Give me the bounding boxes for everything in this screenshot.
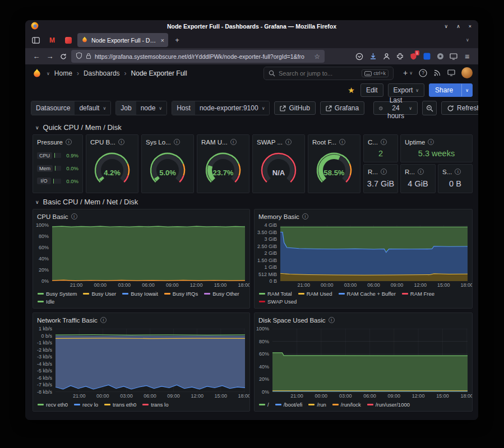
panel-header[interactable]: CPU Basic i <box>33 209 249 221</box>
chart-canvas[interactable] <box>56 329 245 392</box>
legend-item[interactable]: /boot/efi <box>275 400 303 408</box>
info-icon[interactable]: i <box>230 139 237 145</box>
time-range-picker[interactable]: Last 24 hours ∨ <box>373 101 418 115</box>
pinned-tab-gmail[interactable]: M <box>45 34 59 47</box>
list-tabs-button[interactable]: ∨ <box>460 34 475 47</box>
legend-item[interactable]: /run/user/1000 <box>367 400 410 408</box>
info-icon[interactable]: i <box>100 317 107 323</box>
panel-header[interactable]: Pressure i <box>33 135 82 146</box>
share-caret-icon[interactable]: ∨ <box>461 84 472 96</box>
legend-item[interactable]: trans eth0 <box>104 400 136 408</box>
breadcrumb-home[interactable]: Home <box>54 69 72 77</box>
legend-item[interactable]: Idle <box>38 297 54 305</box>
screenshot-icon[interactable] <box>447 50 460 63</box>
active-tab[interactable]: Node Exporter Full - Dashbo × <box>77 33 168 47</box>
section-basic-cpu-mem-net-disk[interactable]: ∨ Basic CPU / Mem / Net / Disk <box>35 198 138 206</box>
downloads-icon[interactable] <box>366 50 380 63</box>
info-icon[interactable]: i <box>174 139 180 145</box>
bitwarden-icon[interactable] <box>420 50 433 63</box>
grafana-logo[interactable] <box>32 68 42 78</box>
plot-area[interactable] <box>272 329 468 392</box>
legend-item[interactable]: Busy User <box>83 290 116 297</box>
forward-button[interactable]: → <box>43 50 57 63</box>
user-avatar[interactable] <box>461 67 473 78</box>
export-button[interactable]: Export∨ <box>388 83 425 97</box>
breadcrumb-dashboards[interactable]: Dashboards <box>84 69 120 77</box>
titlebar[interactable]: Node Exporter Full - Dashboards - Grafan… <box>25 20 478 32</box>
grafana-link-button[interactable]: Grafana <box>320 101 364 115</box>
chart-canvas[interactable] <box>280 225 468 281</box>
legend-item[interactable]: RAM Used <box>298 290 332 297</box>
job-picker[interactable]: Job node∨ <box>115 101 167 115</box>
legend-item[interactable]: recv lo <box>74 400 98 408</box>
datasource-picker[interactable]: Datasource default∨ <box>31 101 111 115</box>
info-icon[interactable]: i <box>302 213 308 220</box>
legend-item[interactable]: /run/lock <box>332 400 361 408</box>
back-button[interactable]: ← <box>30 50 43 63</box>
panel-header[interactable]: Disk Space Used Basic i <box>255 313 472 324</box>
info-icon[interactable]: i <box>118 139 124 145</box>
legend-item[interactable]: recv eth0 <box>38 400 68 408</box>
pocket-icon[interactable] <box>353 50 366 63</box>
panel-header[interactable]: Sys Lo... i <box>142 135 193 146</box>
lock-icon[interactable] <box>86 52 91 62</box>
panel-header[interactable]: S... i <box>438 165 472 176</box>
panel-header[interactable]: CPU B... i <box>86 135 138 146</box>
firefox-view-button[interactable] <box>29 34 43 47</box>
chart-canvas[interactable] <box>272 329 468 392</box>
extensions-icon[interactable] <box>393 50 406 63</box>
info-icon[interactable]: i <box>428 139 434 145</box>
legend-item[interactable]: SWAP Used <box>259 297 297 305</box>
panel-header[interactable]: R... i <box>364 165 397 176</box>
refresh-button[interactable]: Refresh <box>441 101 478 115</box>
pinned-tab-2[interactable] <box>61 34 76 47</box>
zoom-out-button[interactable] <box>422 101 437 115</box>
panel-header[interactable]: Uptime i <box>401 135 472 146</box>
panel-header[interactable]: Root F... i <box>308 135 360 146</box>
panel-header[interactable]: R... i <box>401 165 435 176</box>
share-button[interactable]: Share ∨ <box>429 83 473 97</box>
info-icon[interactable]: i <box>66 139 72 145</box>
search-box[interactable]: ctrl+k <box>263 67 394 80</box>
panel-header[interactable]: Network Traffic Basic i <box>33 313 249 324</box>
info-icon[interactable]: i <box>329 317 335 323</box>
search-input[interactable] <box>279 70 358 77</box>
legend-item[interactable]: Busy Iowait <box>122 290 158 297</box>
info-icon[interactable]: i <box>381 169 387 175</box>
edit-button[interactable]: Edit <box>360 83 383 97</box>
tracking-shield-icon[interactable] <box>76 52 82 62</box>
plot-area[interactable] <box>52 225 245 281</box>
url-bar[interactable]: ☆ <box>71 50 325 63</box>
new-tab-button[interactable]: + <box>170 34 184 47</box>
section-quick-cpu-mem-disk[interactable]: ∨ Quick CPU / Mem / Disk <box>35 123 122 132</box>
account-icon[interactable] <box>380 50 393 63</box>
panel-header[interactable]: SWAP ... i <box>253 135 304 146</box>
add-button[interactable]: +∨ <box>403 68 413 77</box>
favorite-star-icon[interactable]: ★ <box>346 86 356 95</box>
legend-item[interactable]: RAM Cache + Buffer <box>339 290 396 297</box>
legend-item[interactable]: Busy System <box>38 290 77 297</box>
info-icon[interactable]: i <box>455 169 461 175</box>
panel-header[interactable]: Memory Basic i <box>255 209 472 221</box>
panel-header[interactable]: C... i <box>364 135 397 146</box>
legend-item[interactable]: / <box>259 400 269 408</box>
ublock-icon[interactable]: 1 <box>406 50 420 63</box>
github-link-button[interactable]: GitHub <box>274 101 315 115</box>
info-icon[interactable]: i <box>339 139 345 145</box>
info-icon[interactable]: i <box>381 139 387 145</box>
legend-item[interactable]: /run <box>308 400 326 408</box>
legend-item[interactable]: RAM Free <box>402 290 434 297</box>
bookmark-star-icon[interactable]: ☆ <box>314 53 320 60</box>
info-icon[interactable]: i <box>71 213 77 220</box>
maximize-button[interactable]: ∧ <box>456 24 460 29</box>
plot-area[interactable] <box>56 329 245 392</box>
news-icon[interactable] <box>433 69 441 77</box>
info-icon[interactable]: i <box>418 169 424 175</box>
chevron-down-icon[interactable]: ∨ <box>47 71 50 76</box>
display-icon[interactable] <box>447 69 455 76</box>
info-icon[interactable]: i <box>285 139 292 145</box>
panel-header[interactable]: RAM U... i <box>197 135 249 146</box>
legend-item[interactable]: Busy Other <box>204 290 239 297</box>
close-button[interactable]: × <box>469 24 471 29</box>
host-picker[interactable]: Host node-exporter:9100∨ <box>172 101 270 115</box>
